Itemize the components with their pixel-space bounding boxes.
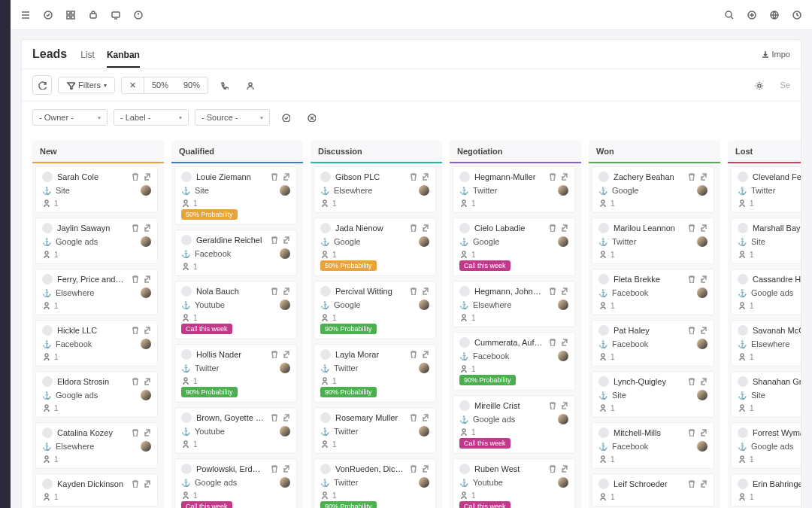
delete-icon[interactable] (547, 464, 556, 474)
lead-card[interactable]: Ferry, Price and Carter⚓Elsewhere1 (35, 269, 158, 315)
lead-card[interactable]: Gibson PLC⚓Elsewhere1 (314, 166, 436, 213)
lead-card[interactable]: Jaylin Sawayn⚓Google ads1 (35, 217, 158, 264)
open-icon[interactable] (698, 172, 707, 182)
lead-card[interactable]: Forrest Wyman⚓Google ads1 (731, 422, 801, 469)
delete-icon[interactable] (130, 274, 139, 284)
open-icon[interactable] (698, 274, 707, 284)
open-icon[interactable] (142, 427, 151, 438)
filters-button[interactable]: Filters ▾ (58, 77, 115, 93)
lead-card[interactable]: Mitchell-Mills⚓Facebook1 (592, 422, 714, 469)
lead-card[interactable]: Zachery Beahan⚓Google1 (592, 166, 714, 213)
lead-card[interactable]: Powlowski, Erdman and Wilderman⚓Google a… (174, 458, 297, 508)
open-icon[interactable] (559, 400, 568, 411)
owner-select[interactable]: - Owner -▾ (32, 109, 108, 126)
open-icon[interactable] (559, 286, 568, 297)
refresh-button[interactable] (32, 75, 52, 95)
lead-card[interactable]: Hegmann, Johns and Ankunding⚓Elsewhere1 (453, 281, 575, 327)
lead-card[interactable]: Percival Witting⚓Google190% Probability (314, 281, 436, 339)
lead-card[interactable]: VonRueden, Dickinson and Macejkovic⚓Twit… (314, 458, 436, 508)
delete-icon[interactable] (408, 172, 417, 182)
delete-icon[interactable] (547, 172, 556, 182)
clear-seg[interactable]: ✕ (122, 78, 144, 93)
delete-icon[interactable] (130, 479, 139, 489)
open-icon[interactable] (281, 172, 290, 182)
lead-card[interactable]: Cummerata, Aufderhar and Bergnaum⚓Facebo… (453, 332, 575, 391)
open-icon[interactable] (698, 325, 707, 336)
delete-icon[interactable] (269, 349, 278, 360)
delete-icon[interactable] (130, 325, 139, 336)
delete-icon[interactable] (130, 427, 139, 438)
person-icon[interactable] (240, 75, 259, 95)
delete-icon[interactable] (408, 349, 417, 360)
open-icon[interactable] (698, 223, 707, 233)
delete-icon[interactable] (269, 286, 278, 297)
lead-card[interactable]: Ruben West⚓Youtube1Call this week (453, 458, 575, 508)
open-icon[interactable] (698, 376, 707, 387)
open-icon[interactable] (142, 479, 151, 489)
menu-icon[interactable] (20, 9, 32, 21)
open-icon[interactable] (281, 412, 290, 423)
lead-card[interactable]: Brown, Goyette and Gusikowski⚓Youtube1 (174, 407, 297, 454)
seg-90[interactable]: 90% (176, 78, 208, 93)
open-icon[interactable] (281, 286, 290, 297)
settings-icon[interactable] (749, 75, 768, 95)
delete-icon[interactable] (686, 223, 695, 233)
open-icon[interactable] (281, 235, 290, 245)
lead-card[interactable]: Marshall Bayer⚓Site1 (731, 217, 801, 264)
lead-card[interactable]: Fleta Brekke⚓Facebook1 (592, 269, 714, 315)
delete-icon[interactable] (130, 172, 139, 182)
alert-icon[interactable] (132, 9, 144, 21)
tab-list[interactable]: List (80, 50, 95, 68)
label-select[interactable]: - Label -▾ (114, 109, 189, 126)
lead-card[interactable]: Cassandre Herman⚓Google ads1 (731, 269, 801, 315)
open-icon[interactable] (559, 464, 568, 474)
delete-icon[interactable] (686, 325, 695, 336)
search-placeholder[interactable]: Se (774, 81, 790, 90)
lead-card[interactable]: Sarah Cole⚓Site1 (35, 166, 158, 213)
open-icon[interactable] (698, 427, 707, 438)
delete-icon[interactable] (130, 223, 139, 233)
import-button[interactable]: Impo (760, 50, 790, 59)
lead-card[interactable]: Hegmann-Muller⚓Twitter1 (453, 166, 575, 213)
monitor-icon[interactable] (110, 9, 122, 21)
delete-icon[interactable] (686, 427, 695, 438)
delete-icon[interactable] (686, 376, 695, 387)
open-icon[interactable] (420, 286, 429, 297)
delete-icon[interactable] (686, 274, 695, 284)
lead-card[interactable]: Eldora Strosin⚓Google ads1 (35, 371, 158, 418)
lead-card[interactable]: Catalina Kozey⚓Elsewhere1 (35, 422, 158, 469)
open-icon[interactable] (420, 412, 429, 423)
tab-kanban[interactable]: Kanban (107, 50, 140, 68)
delete-icon[interactable] (269, 412, 278, 423)
source-select[interactable]: - Source -▾ (195, 109, 270, 126)
open-icon[interactable] (142, 223, 151, 233)
open-icon[interactable] (420, 464, 429, 474)
delete-icon[interactable] (269, 172, 278, 182)
lead-card[interactable]: Jada Nienow⚓Google150% Probability (314, 217, 436, 276)
open-icon[interactable] (142, 376, 151, 387)
clock-icon[interactable] (791, 9, 803, 21)
clear-filter-icon[interactable] (301, 108, 321, 127)
lead-card[interactable]: Lynch-Quigley⚓Site1 (592, 371, 714, 418)
lead-card[interactable]: Layla Morar⚓Twitter190% Probability (314, 344, 436, 403)
delete-icon[interactable] (547, 337, 556, 348)
lead-card[interactable]: Shanahan Group⚓Site1 (731, 371, 801, 418)
open-icon[interactable] (420, 223, 429, 233)
delete-icon[interactable] (130, 376, 139, 387)
lead-card[interactable]: Cielo Labadie⚓Google1Call this week (453, 217, 575, 276)
search-icon[interactable] (723, 9, 735, 21)
check-icon[interactable] (42, 9, 54, 21)
delete-icon[interactable] (408, 223, 417, 233)
plus-circle-icon[interactable] (746, 9, 758, 21)
open-icon[interactable] (281, 464, 290, 474)
delete-icon[interactable] (269, 464, 278, 474)
lead-card[interactable]: Geraldine Reichel⚓Facebook1 (174, 230, 297, 276)
open-icon[interactable] (559, 337, 568, 348)
lead-card[interactable]: Pat Haley⚓Facebook1 (592, 320, 714, 367)
open-icon[interactable] (698, 479, 707, 489)
delete-icon[interactable] (547, 286, 556, 297)
lead-card[interactable]: Cleveland Feil⚓Twitter1 (731, 166, 801, 213)
delete-icon[interactable] (269, 235, 278, 245)
lead-card[interactable]: Erin Bahringer1 (731, 473, 801, 506)
lead-card[interactable]: Nola Bauch⚓Youtube1Call this week (174, 281, 297, 339)
